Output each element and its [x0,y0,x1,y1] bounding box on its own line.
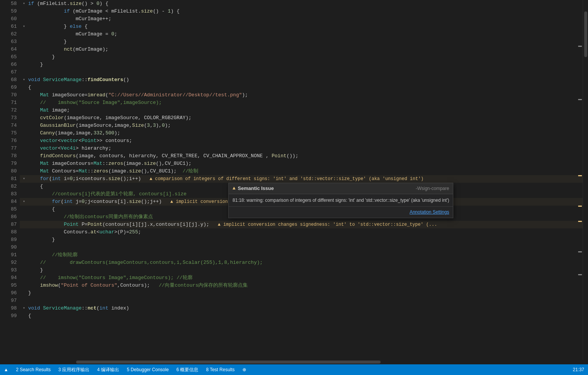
code-line: vector<vector<Point>> contours; [20,137,583,145]
code-line: vector<Vec4i> hierarchy; [20,145,583,152]
code-line: nct(mCurImage); [20,46,583,53]
code-line-warning: ▾ for(int i=0;i<contours.size();i++) ▲ c… [20,175,583,183]
fold-arrow [23,61,28,69]
fold-arrow [23,69,28,76]
code-line: GaussianBlur(imageSource,image,Size(3,3)… [20,122,583,129]
code-line: //绘制轮廓 [20,251,583,259]
fold-arrow [23,297,28,305]
warning-icon: ▲ [233,185,236,192]
code-line-warning: Point P=Point(contours[i][j].x,contours[… [20,221,583,228]
ruler-mark [578,99,582,100]
fold-arrow [23,190,28,198]
code-line: } [20,236,583,244]
status-bar-overview[interactable]: 6 概要信息 [176,367,198,373]
code-line: Mat image; [20,107,583,114]
scrollbar-h-thumb[interactable] [76,361,381,364]
scrollbar-thumb[interactable] [584,11,587,57]
status-bar-time: 21:37 [573,367,584,372]
ruler-mark [578,274,582,275]
right-ruler-marks [577,0,583,360]
fold-arrow [23,53,28,61]
ruler-warning-mark [578,206,582,207]
fold-arrow [23,244,28,251]
fold-arrow [23,145,28,152]
line-numbers: 58 59 60 61 62 63 64 65 66 67 68 69 70 7… [0,0,20,360]
status-bar-search-results[interactable]: 2 Search Results [16,367,51,372]
code-line: if (mCurImage < mFileList.size() - 1) { [20,8,583,15]
fold-arrow [23,8,28,15]
status-bar: ▲ 2 Search Results 3 应用程序输出 4 编译输出 5 Deb… [0,364,588,375]
fold-arrow [23,30,28,38]
code-line: mCurImage++; [20,15,583,23]
status-bar-test-results[interactable]: 8 Test Results [206,367,234,372]
status-bar-app-output[interactable]: 3 应用程序输出 [58,367,89,373]
fold-arrow [23,122,28,129]
ruler-warning-mark [578,221,582,222]
fold-arrow [23,206,28,213]
fold-arrow [23,38,28,46]
ruler-mark [578,46,582,47]
fold-arrow [23,160,28,168]
fold-arrow [23,312,28,320]
tooltip-title: Semantic Issue [238,185,274,192]
semantic-issue-tooltip: ▲ Semantic Issue -Wsign-compare 81:18: w… [228,183,453,218]
fold-arrow [23,213,28,221]
ruler-mark [578,251,582,252]
code-line: mCurImage = 0; [20,30,583,38]
status-bar-compile-output[interactable]: 4 编译输出 [97,367,119,373]
code-line [20,69,583,76]
fold-arrow [23,91,28,99]
code-line: } [20,53,583,61]
fold-arrow [23,137,28,145]
code-line: ▾ } else { [20,23,583,30]
ruler-warning-mark [578,175,582,176]
status-bar-up-arrow[interactable]: ▲ [4,367,8,372]
code-line: } [20,289,583,297]
fold-arrow[interactable]: ▾ [23,305,28,312]
annotation-settings-link[interactable]: Annotation Settings [410,209,449,215]
fold-arrow [23,183,28,190]
tooltip-message: warning: comparison of integers of diffe… [247,198,449,203]
code-line: cvtColor(imageSource, imageSource, COLOR… [20,114,583,122]
fold-arrow [23,129,28,137]
code-line: } [20,266,583,274]
tooltip-body: 81:18: warning: comparison of integers o… [229,194,453,206]
fold-arrow [23,15,28,23]
code-line: // drawContours(imageContours,contours,i… [20,259,583,266]
fold-arrow[interactable]: ▾ [23,0,28,8]
code-line: Mat Contours=Mat::zeros(image.size(),CV_… [20,168,583,175]
fold-arrow [23,259,28,266]
code-line: { [20,84,583,91]
tooltip-line-ref: 81:18: [233,198,245,203]
code-area: 58 59 60 61 62 63 64 65 66 67 68 69 70 7… [0,0,588,360]
code-line: Mat imageSource=imread("C://Users//Admin… [20,91,583,99]
fold-arrow[interactable]: ▾ [23,76,28,84]
fold-arrow [23,274,28,282]
code-content[interactable]: ▾ if (mFileList.size() > 0) { if (mCurIm… [20,0,583,360]
fold-arrow[interactable]: ▾ [23,23,28,30]
code-line: ▾ void ServiceManage::findCounters() [20,76,583,84]
fold-arrow [23,114,28,122]
fold-arrow [23,282,28,289]
fold-arrow [23,107,28,114]
horizontal-scrollbar[interactable] [0,360,588,364]
code-line: } [20,61,583,69]
code-line: { [20,312,583,320]
status-bar-expand-icon[interactable]: ⊕ [242,367,246,372]
fold-arrow [23,221,28,228]
code-line: // imshow("Source Image",imageSource); [20,99,583,107]
code-line: ▾ void ServiceManage::nct(int index) [20,305,583,312]
code-line [20,244,583,251]
code-line: Contours.at<uchar>(P)=255; [20,228,583,236]
status-bar-debugger-console[interactable]: 5 Debugger Console [127,367,169,372]
fold-arrow[interactable]: ▾ [23,175,28,183]
fold-arrow[interactable]: ▾ [23,198,28,206]
fold-arrow [23,289,28,297]
code-line: ▾ if (mFileList.size() > 0) { [20,0,583,8]
code-line: Canny(image,image,332,500); [20,129,583,137]
vertical-scrollbar[interactable] [583,0,588,360]
fold-arrow [23,168,28,175]
fold-arrow [23,251,28,259]
fold-arrow [23,46,28,53]
tooltip-footer: Annotation Settings [229,206,453,218]
